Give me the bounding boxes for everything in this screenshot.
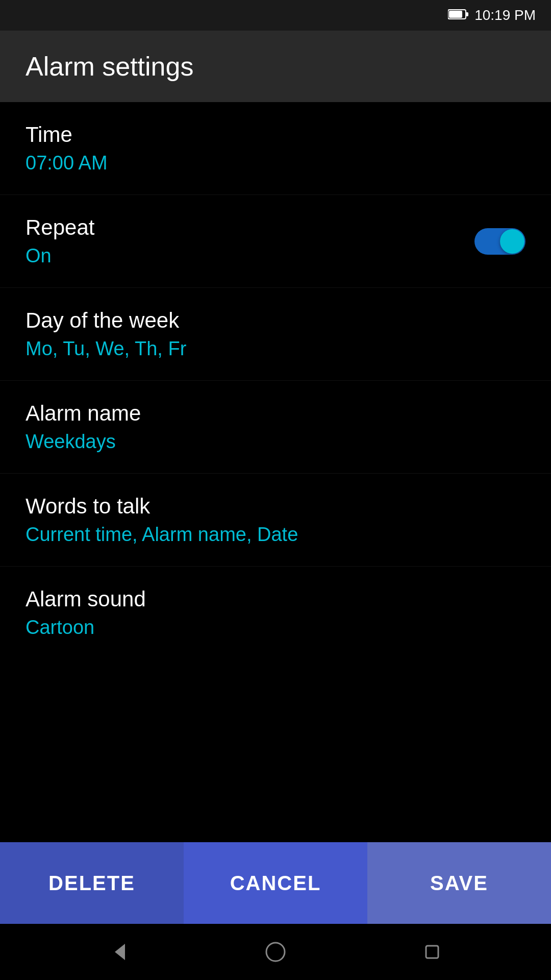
alarm-name-value: Weekdays (26, 431, 525, 453)
status-time: 10:19 PM (474, 7, 536, 23)
cancel-button[interactable]: CANCEL (184, 842, 367, 924)
day-of-week-setting-row[interactable]: Day of the week Mo, Tu, We, Th, Fr (0, 288, 551, 381)
alarm-name-setting-row[interactable]: Alarm name Weekdays (0, 381, 551, 474)
alarm-sound-value: Cartoon (26, 617, 525, 639)
day-of-week-label: Day of the week (26, 308, 525, 333)
svg-rect-2 (449, 11, 462, 18)
svg-marker-3 (115, 944, 125, 960)
delete-button[interactable]: DELETE (0, 842, 184, 924)
home-button[interactable] (255, 932, 296, 972)
svg-rect-1 (466, 12, 468, 16)
svg-rect-5 (426, 946, 438, 958)
navigation-bar (0, 924, 551, 980)
repeat-toggle-container (474, 228, 525, 255)
recents-button[interactable] (412, 932, 453, 972)
alarm-name-label: Alarm name (26, 401, 525, 426)
repeat-setting-text: Repeat On (26, 215, 474, 267)
repeat-toggle[interactable] (474, 228, 525, 255)
time-setting-text: Time 07:00 AM (26, 122, 525, 174)
save-button[interactable]: SAVE (367, 842, 551, 924)
alarm-sound-setting-row[interactable]: Alarm sound Cartoon (0, 567, 551, 659)
battery-icon (448, 9, 468, 22)
repeat-setting-row[interactable]: Repeat On (0, 195, 551, 288)
svg-point-4 (266, 943, 285, 961)
back-button[interactable] (98, 932, 139, 972)
alarm-name-text: Alarm name Weekdays (26, 401, 525, 453)
alarm-sound-text: Alarm sound Cartoon (26, 587, 525, 639)
day-of-week-text: Day of the week Mo, Tu, We, Th, Fr (26, 308, 525, 360)
repeat-label: Repeat (26, 215, 474, 240)
bottom-buttons: DELETE CANCEL SAVE (0, 842, 551, 924)
time-value: 07:00 AM (26, 152, 525, 174)
words-to-talk-value: Current time, Alarm name, Date (26, 524, 525, 546)
time-setting-row[interactable]: Time 07:00 AM (0, 102, 551, 195)
words-to-talk-setting-row[interactable]: Words to talk Current time, Alarm name, … (0, 474, 551, 567)
repeat-value: On (26, 245, 474, 267)
page-header: Alarm settings (0, 31, 551, 102)
day-of-week-value: Mo, Tu, We, Th, Fr (26, 338, 525, 360)
page-title: Alarm settings (26, 52, 193, 81)
words-to-talk-label: Words to talk (26, 494, 525, 519)
status-bar: 10:19 PM (0, 0, 551, 31)
time-label: Time (26, 122, 525, 147)
settings-content: Time 07:00 AM Repeat On Day of the week … (0, 102, 551, 842)
words-to-talk-text: Words to talk Current time, Alarm name, … (26, 494, 525, 546)
repeat-toggle-knob (500, 229, 524, 254)
alarm-sound-label: Alarm sound (26, 587, 525, 611)
